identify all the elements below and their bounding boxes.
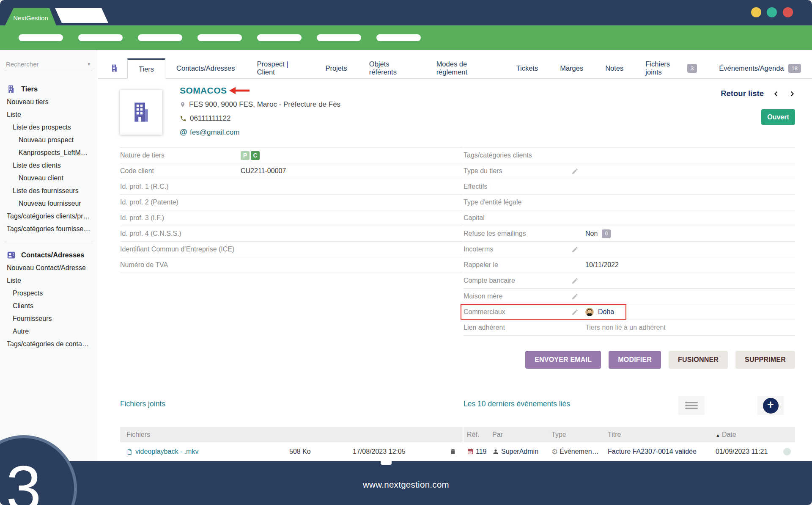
sidebar-item-liste-des-fournisseurs[interactable]: Liste des fournisseurs: [0, 185, 97, 197]
tab-label: Notes: [605, 64, 623, 72]
event-author-link[interactable]: SuperAdmin: [501, 448, 538, 455]
field-row-nature: Nature de tiers PC: [120, 148, 463, 163]
sidebar-item-tags-cat-gories-de-conta[interactable]: Tags/catégories de conta…: [0, 338, 97, 350]
edit-pencil-icon[interactable]: [571, 168, 585, 175]
sidebar-item-liste-des-clients[interactable]: Liste des clients: [0, 159, 97, 172]
tab-prospect-client[interactable]: Prospect | Client: [246, 58, 315, 78]
sidebar: Rechercher ▾ TiersNouveau tiersListeList…: [0, 50, 97, 461]
tab-label: Modes de règlement: [436, 60, 494, 76]
field-row-id1: Id. prof. 1 (R.C.): [120, 179, 463, 195]
chevron-left-icon[interactable]: [773, 90, 779, 98]
table-row: 119 SuperAdmin ⚙ Événemen… Facture FA230…: [464, 442, 795, 461]
field-row-ice: Identifiant Commun d’Entreprise (ICE): [120, 242, 463, 257]
file-link[interactable]: videoplayback - .mkv: [126, 448, 289, 455]
status-badge-ouvert[interactable]: Ouvert: [761, 109, 795, 125]
delete-button[interactable]: SUPPRIMER: [735, 351, 795, 369]
company-avatar-card: [120, 90, 162, 135]
sidebar-item-nouveau-fournisseur[interactable]: Nouveau fournisseur: [0, 197, 97, 210]
count-badge: 0: [602, 229, 611, 238]
nav-pill[interactable]: [376, 34, 421, 41]
edit-pencil-icon[interactable]: [571, 277, 585, 284]
column-header[interactable]: Type: [551, 431, 608, 439]
field-row-tags: Tags/catégories clients: [464, 148, 795, 163]
window-maximize-dot[interactable]: [767, 7, 777, 17]
nav-pill[interactable]: [257, 34, 302, 41]
secondary-tab-blank[interactable]: [55, 8, 108, 23]
building-icon: [7, 85, 16, 94]
column-header-date[interactable]: ▲Date: [716, 431, 780, 439]
brand-tab[interactable]: NextGestion: [5, 8, 56, 25]
nav-pill[interactable]: [198, 34, 242, 41]
sidebar-item-prospects[interactable]: Prospects: [0, 287, 97, 300]
sales-rep-link[interactable]: Doha: [598, 308, 614, 316]
building-icon: [102, 58, 127, 78]
column-header[interactable]: Titre: [608, 431, 716, 439]
sidebar-item-kanprospects-leftm[interactable]: Kanprospects_LeftM…: [0, 146, 97, 159]
search-placeholder: Rechercher: [6, 61, 39, 68]
merge-button[interactable]: FUSIONNER: [669, 351, 728, 369]
sidebar-item-liste-des-prospects[interactable]: Liste des prospects: [0, 121, 97, 134]
window-close-dot[interactable]: [783, 7, 793, 17]
trash-icon[interactable]: [444, 448, 456, 455]
event-date: 01/09/2023 11:21: [716, 448, 780, 455]
event-type: Événemen…: [560, 448, 599, 455]
tab-label: Tiers: [139, 65, 154, 73]
sidebar-item-tags-cat-gories-fournisse[interactable]: Tags/catégories fournisse…: [0, 223, 97, 235]
sidebar-item-fournisseurs[interactable]: Fournisseurs: [0, 312, 97, 325]
sidebar-item-nouveau-contact-adresse[interactable]: Nouveau Contact/Adresse: [0, 262, 97, 274]
footer-bar: www.nextgestion.com: [0, 461, 812, 505]
at-icon: @: [180, 128, 187, 137]
sidebar-item-liste[interactable]: Liste: [0, 108, 97, 121]
sidebar-item-nouveau-prospect[interactable]: Nouveau prospect: [0, 134, 97, 146]
add-event-button[interactable]: +: [757, 396, 784, 415]
sidebar-item-clients[interactable]: Clients: [0, 300, 97, 312]
back-to-list-link[interactable]: Retour liste: [721, 89, 764, 98]
edit-pencil-icon[interactable]: [571, 246, 585, 253]
sidebar-search-select[interactable]: Rechercher ▾: [4, 58, 93, 71]
nav-pill[interactable]: [78, 34, 123, 41]
footer-notch: [381, 461, 392, 465]
tab-fichiers-joints[interactable]: Fichiers joints3: [634, 58, 708, 78]
sidebar-section-contacts-adresses[interactable]: Contacts/Adresses: [0, 248, 97, 262]
company-email[interactable]: @ fes@gmail.com: [180, 127, 340, 138]
field-row-type-tiers: Type du tiers: [464, 163, 795, 179]
sidebar-item-liste[interactable]: Liste: [0, 274, 97, 287]
tab-tickets[interactable]: Tickets: [505, 58, 549, 78]
chevron-right-icon[interactable]: [789, 90, 795, 98]
sidebar-item-nouveau-client[interactable]: Nouveau client: [0, 172, 97, 185]
nav-pill[interactable]: [317, 34, 361, 41]
sidebar-item-nouveau-tiers[interactable]: Nouveau tiers: [0, 96, 97, 108]
badge-prospect: P: [241, 151, 250, 160]
red-arrow-annotation-icon: [229, 87, 250, 94]
tab-label: Marges: [560, 64, 583, 72]
nav-pill[interactable]: [19, 34, 63, 41]
tab-modes-de-r-glement[interactable]: Modes de règlement: [425, 58, 505, 78]
avatar: [585, 308, 594, 316]
window-minimize-dot[interactable]: [751, 7, 761, 17]
event-ref-link[interactable]: 119: [476, 448, 487, 455]
tab-tiers[interactable]: Tiers: [127, 58, 165, 79]
file-icon: [126, 448, 132, 455]
tab-notes[interactable]: Notes: [594, 58, 634, 78]
sidebar-item-autre[interactable]: Autre: [0, 325, 97, 338]
edit-pencil-icon[interactable]: [571, 293, 585, 300]
tab-marges[interactable]: Marges: [549, 58, 594, 78]
events-menu-button[interactable]: [678, 396, 705, 415]
tab-projets[interactable]: Projets: [314, 58, 358, 78]
column-header[interactable]: Réf.: [464, 431, 492, 439]
edit-pencil-icon[interactable]: [571, 309, 585, 316]
tab-objets-r-f-rents[interactable]: Objets référents: [358, 58, 425, 78]
nav-pill[interactable]: [138, 34, 182, 41]
plus-icon: +: [763, 398, 779, 414]
column-header[interactable]: Par: [492, 431, 551, 439]
tab-badge: 3: [687, 64, 697, 73]
modify-button[interactable]: MODIFIER: [609, 351, 661, 369]
sidebar-section-tiers[interactable]: Tiers: [0, 82, 97, 96]
sidebar-item-tags-cat-gories-clients-pr[interactable]: Tags/catégories clients/pr…: [0, 210, 97, 223]
event-title-link[interactable]: Facture FA2307-0014 validée: [608, 448, 716, 455]
tab-v-nements-agenda[interactable]: Événements/Agenda18: [708, 58, 812, 78]
field-row-compte: Compte bancaire: [464, 273, 795, 289]
files-table: Fichiers videoplayback - .mkv 508 Ko 17/…: [120, 427, 463, 461]
send-email-button[interactable]: ENVOYER EMAIL: [525, 351, 601, 369]
tab-contacts-adresses[interactable]: Contacts/Adresses: [165, 58, 246, 78]
